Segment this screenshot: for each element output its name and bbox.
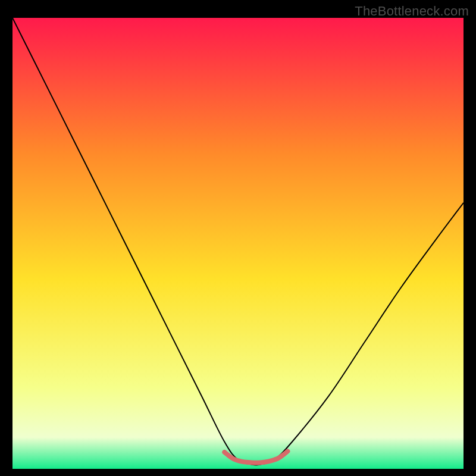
chart-frame: TheBottleneck.com (0, 0, 476, 476)
plot-area (12, 18, 464, 469)
gradient-background (12, 18, 464, 469)
bottleneck-chart (12, 18, 464, 469)
watermark-text: TheBottleneck.com (355, 4, 469, 19)
